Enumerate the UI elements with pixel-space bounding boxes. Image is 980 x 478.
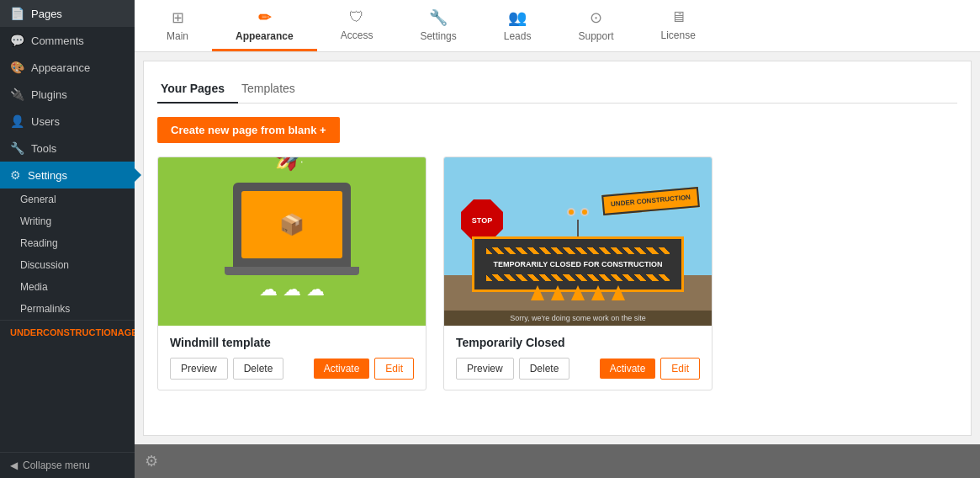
construction-delete-button[interactable]: Delete [519, 358, 570, 380]
tab-settings[interactable]: 🔧 Settings [396, 0, 479, 51]
main-tab-icon: ⊞ [172, 8, 184, 27]
windmill-edit-button[interactable]: Edit [374, 358, 414, 380]
access-tab-icon: 🛡 [349, 8, 364, 26]
appearance-tab-icon: ✏ [258, 8, 271, 27]
sidebar-item-pages[interactable]: 📄 Pages [0, 0, 135, 27]
footer-gear-icon: ⚙ [145, 452, 158, 470]
sidebar-item-label: Pages [31, 8, 62, 20]
license-tab-icon: 🖥 [670, 8, 686, 26]
card-construction-body: Temporarily Closed Preview Delete Activa… [444, 326, 712, 390]
tab-license[interactable]: 🖥 License [638, 0, 719, 51]
footer-bar: ⚙ [135, 444, 980, 478]
sidebar-item-label: Settings [28, 169, 67, 182]
under-construction-sign: UNDER CONSTRUCTION [601, 187, 700, 215]
card-construction-title: Temporarily Closed [456, 336, 700, 349]
collapse-icon: ◀ [10, 459, 18, 471]
sidebar-sub-writing[interactable]: Writing [0, 210, 135, 232]
sidebar: 📄 Pages 💬 Comments 🎨 Appearance 🔌 Plugin… [0, 0, 135, 478]
card-windmill-body: Windmill template Preview Delete Activat… [158, 326, 426, 390]
pages-icon: 📄 [10, 7, 24, 20]
construction-edit-button[interactable]: Edit [660, 358, 700, 380]
leads-tab-icon: 👥 [508, 8, 527, 27]
tab-bar: ⊞ Main ✏ Appearance 🛡 Access 🔧 Settings … [135, 0, 980, 52]
sidebar-item-users[interactable]: 👤 Users [0, 108, 135, 135]
card-windmill-actions: Preview Delete Activate Edit [170, 358, 414, 380]
main-content: ⊞ Main ✏ Appearance 🛡 Access 🔧 Settings … [135, 0, 980, 478]
sidebar-item-comments[interactable]: 💬 Comments [0, 27, 135, 54]
tab-main[interactable]: ⊞ Main [143, 0, 212, 51]
sidebar-sub-media[interactable]: Media [0, 276, 135, 298]
page-tabs: Your Pages Templates [157, 75, 957, 104]
sidebar-item-appearance[interactable]: 🎨 Appearance [0, 54, 135, 81]
card-construction-actions: Preview Delete Activate Edit [456, 358, 700, 380]
collapse-menu-button[interactable]: ◀ Collapse menu [0, 452, 135, 478]
settings-icon: ⚙ [10, 168, 21, 182]
cards-grid: 🚀 📦 ☁ ☁ ☁ [157, 157, 957, 390]
windmill-preview-button[interactable]: Preview [170, 358, 228, 380]
sidebar-item-settings[interactable]: ⚙ Settings [0, 162, 135, 189]
comments-icon: 💬 [10, 34, 24, 47]
tab-leads[interactable]: 👥 Leads [480, 0, 555, 51]
sorry-text: Sorry, we're doing some work on the site [444, 311, 712, 326]
sidebar-item-label: Appearance [31, 61, 90, 74]
card-windmill: 🚀 📦 ☁ ☁ ☁ [157, 157, 426, 390]
sidebar-sub-general[interactable]: General [0, 189, 135, 210]
construction-preview-button[interactable]: Preview [456, 358, 514, 380]
barrier-sign: TEMPORARILY CLOSED FOR CONSTRUCTION [472, 236, 683, 293]
card-windmill-title: Windmill template [170, 336, 414, 349]
card-construction: STOP TEMPORARILY CLOSED FOR CONSTR [443, 157, 712, 390]
appearance-icon: 🎨 [10, 61, 24, 74]
sidebar-item-tools[interactable]: 🔧 Tools [0, 135, 135, 162]
sidebar-sub-permalinks[interactable]: Permalinks [0, 298, 135, 320]
sidebar-item-label: Comments [31, 35, 84, 47]
card-windmill-image: 🚀 📦 ☁ ☁ ☁ [158, 157, 426, 326]
plugins-icon: 🔌 [10, 88, 24, 101]
settings-tab-icon: 🔧 [429, 8, 448, 27]
windmill-delete-button[interactable]: Delete [233, 358, 284, 380]
sidebar-item-plugins[interactable]: 🔌 Plugins [0, 81, 135, 108]
page-tab-your-pages[interactable]: Your Pages [157, 75, 238, 104]
users-icon: 👤 [10, 114, 24, 128]
sidebar-item-label: Plugins [31, 88, 67, 101]
content-area: Your Pages Templates Create new page fro… [143, 61, 972, 436]
tab-access[interactable]: 🛡 Access [317, 0, 397, 51]
tab-support[interactable]: ⊙ Support [554, 0, 637, 51]
page-tab-templates[interactable]: Templates [238, 75, 309, 104]
tab-appearance[interactable]: ✏ Appearance [212, 0, 317, 51]
sidebar-sub-discussion[interactable]: Discussion [0, 254, 135, 276]
sidebar-item-label: Users [31, 115, 60, 128]
construction-activate-button[interactable]: Activate [600, 358, 656, 379]
card-construction-image: STOP TEMPORARILY CLOSED FOR CONSTR [444, 157, 712, 326]
sidebar-sub-reading[interactable]: Reading [0, 232, 135, 254]
cones-row [531, 285, 625, 300]
support-tab-icon: ⊙ [590, 8, 602, 27]
tools-icon: 🔧 [10, 141, 24, 155]
windmill-activate-button[interactable]: Activate [314, 358, 370, 379]
brand-label: UnderConstructionAGENCY [0, 320, 135, 344]
sidebar-item-label: Tools [31, 142, 56, 155]
create-new-page-button[interactable]: Create new page from blank + [157, 117, 340, 143]
